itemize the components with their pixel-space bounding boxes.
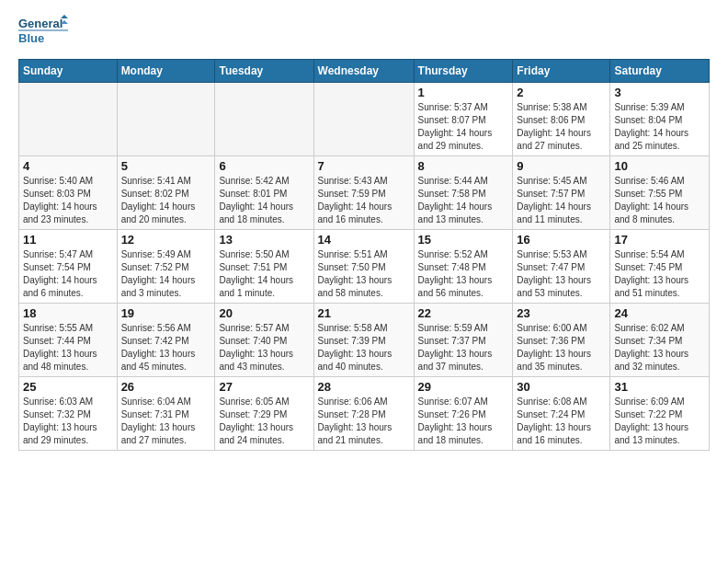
day-detail: Sunrise: 5:38 AM Sunset: 8:06 PM Dayligh… xyxy=(517,101,606,153)
day-detail: Sunrise: 5:42 AM Sunset: 8:01 PM Dayligh… xyxy=(219,175,309,226)
week-row-5: 25Sunrise: 6:03 AM Sunset: 7:32 PM Dayli… xyxy=(19,377,710,451)
day-detail: Sunrise: 5:54 AM Sunset: 7:45 PM Dayligh… xyxy=(614,248,705,300)
day-number: 16 xyxy=(517,233,606,247)
day-cell: 10Sunrise: 5:46 AM Sunset: 7:55 PM Dayli… xyxy=(610,156,710,230)
day-number: 30 xyxy=(517,380,606,394)
day-cell: 4Sunrise: 5:40 AM Sunset: 8:03 PM Daylig… xyxy=(19,156,118,230)
day-number: 5 xyxy=(121,159,211,173)
day-detail: Sunrise: 6:07 AM Sunset: 7:26 PM Dayligh… xyxy=(418,396,509,447)
svg-text:Blue: Blue xyxy=(18,31,44,45)
day-cell: 18Sunrise: 5:55 AM Sunset: 7:44 PM Dayli… xyxy=(19,304,118,377)
day-cell: 5Sunrise: 5:41 AM Sunset: 8:02 PM Daylig… xyxy=(117,156,215,230)
day-detail: Sunrise: 5:37 AM Sunset: 8:07 PM Dayligh… xyxy=(418,101,509,153)
day-number: 6 xyxy=(219,159,309,173)
day-cell: 22Sunrise: 5:59 AM Sunset: 7:37 PM Dayli… xyxy=(414,304,513,377)
weekday-wednesday: Wednesday xyxy=(313,60,414,83)
day-number: 17 xyxy=(614,233,705,247)
day-detail: Sunrise: 5:57 AM Sunset: 7:40 PM Dayligh… xyxy=(219,322,309,373)
weekday-header-row: SundayMondayTuesdayWednesdayThursdayFrid… xyxy=(19,60,710,83)
calendar-body: 1Sunrise: 5:37 AM Sunset: 8:07 PM Daylig… xyxy=(19,83,710,451)
day-detail: Sunrise: 5:58 AM Sunset: 7:39 PM Dayligh… xyxy=(318,322,410,373)
day-number: 7 xyxy=(318,159,410,173)
weekday-sunday: Sunday xyxy=(19,60,118,83)
day-number: 20 xyxy=(219,306,309,320)
day-cell: 11Sunrise: 5:47 AM Sunset: 7:54 PM Dayli… xyxy=(19,230,118,304)
day-detail: Sunrise: 5:41 AM Sunset: 8:02 PM Dayligh… xyxy=(121,175,211,226)
day-detail: Sunrise: 5:52 AM Sunset: 7:48 PM Dayligh… xyxy=(418,248,509,300)
day-number: 11 xyxy=(23,233,113,247)
day-number: 24 xyxy=(614,306,705,320)
day-cell: 16Sunrise: 5:53 AM Sunset: 7:47 PM Dayli… xyxy=(513,230,610,304)
day-detail: Sunrise: 5:56 AM Sunset: 7:42 PM Dayligh… xyxy=(121,322,211,373)
day-cell: 3Sunrise: 5:39 AM Sunset: 8:04 PM Daylig… xyxy=(610,83,710,156)
day-number: 9 xyxy=(517,159,606,173)
day-number: 27 xyxy=(219,380,309,394)
weekday-thursday: Thursday xyxy=(414,60,513,83)
svg-text:General: General xyxy=(18,17,63,30)
day-cell: 26Sunrise: 6:04 AM Sunset: 7:31 PM Dayli… xyxy=(117,377,215,451)
day-number: 10 xyxy=(614,159,705,173)
day-detail: Sunrise: 5:53 AM Sunset: 7:47 PM Dayligh… xyxy=(517,248,606,300)
weekday-friday: Friday xyxy=(513,60,610,83)
week-row-2: 4Sunrise: 5:40 AM Sunset: 8:03 PM Daylig… xyxy=(19,156,710,230)
day-cell xyxy=(117,83,215,156)
day-detail: Sunrise: 5:55 AM Sunset: 7:44 PM Dayligh… xyxy=(23,322,113,373)
day-cell: 1Sunrise: 5:37 AM Sunset: 8:07 PM Daylig… xyxy=(414,83,513,156)
day-number: 4 xyxy=(23,159,113,173)
day-cell: 14Sunrise: 5:51 AM Sunset: 7:50 PM Dayli… xyxy=(313,230,414,304)
day-cell: 30Sunrise: 6:08 AM Sunset: 7:24 PM Dayli… xyxy=(513,377,610,451)
day-number: 15 xyxy=(418,233,509,247)
day-detail: Sunrise: 5:50 AM Sunset: 7:51 PM Dayligh… xyxy=(219,248,309,300)
day-cell: 21Sunrise: 5:58 AM Sunset: 7:39 PM Dayli… xyxy=(313,304,414,377)
weekday-saturday: Saturday xyxy=(610,60,710,83)
day-number: 31 xyxy=(614,380,705,394)
day-cell: 9Sunrise: 5:45 AM Sunset: 7:57 PM Daylig… xyxy=(513,156,610,230)
day-cell: 28Sunrise: 6:06 AM Sunset: 7:28 PM Dayli… xyxy=(313,377,414,451)
weekday-monday: Monday xyxy=(117,60,215,83)
day-detail: Sunrise: 5:39 AM Sunset: 8:04 PM Dayligh… xyxy=(614,101,705,153)
calendar-table: SundayMondayTuesdayWednesdayThursdayFrid… xyxy=(18,59,710,451)
day-detail: Sunrise: 6:03 AM Sunset: 7:32 PM Dayligh… xyxy=(23,396,113,447)
day-number: 2 xyxy=(517,86,606,99)
day-cell: 19Sunrise: 5:56 AM Sunset: 7:42 PM Dayli… xyxy=(117,304,215,377)
day-number: 26 xyxy=(121,380,211,394)
day-cell: 13Sunrise: 5:50 AM Sunset: 7:51 PM Dayli… xyxy=(215,230,313,304)
day-detail: Sunrise: 6:05 AM Sunset: 7:29 PM Dayligh… xyxy=(219,396,309,447)
day-detail: Sunrise: 5:43 AM Sunset: 7:59 PM Dayligh… xyxy=(318,175,410,226)
logo: General Blue xyxy=(18,15,74,50)
day-detail: Sunrise: 6:02 AM Sunset: 7:34 PM Dayligh… xyxy=(614,322,705,373)
week-row-1: 1Sunrise: 5:37 AM Sunset: 8:07 PM Daylig… xyxy=(19,83,710,156)
week-row-4: 18Sunrise: 5:55 AM Sunset: 7:44 PM Dayli… xyxy=(19,304,710,377)
day-number: 25 xyxy=(23,380,113,394)
day-cell: 27Sunrise: 6:05 AM Sunset: 7:29 PM Dayli… xyxy=(215,377,313,451)
day-number: 13 xyxy=(219,233,309,247)
day-cell: 31Sunrise: 6:09 AM Sunset: 7:22 PM Dayli… xyxy=(610,377,710,451)
day-cell: 8Sunrise: 5:44 AM Sunset: 7:58 PM Daylig… xyxy=(414,156,513,230)
day-number: 12 xyxy=(121,233,211,247)
day-detail: Sunrise: 5:59 AM Sunset: 7:37 PM Dayligh… xyxy=(418,322,509,373)
day-cell: 25Sunrise: 6:03 AM Sunset: 7:32 PM Dayli… xyxy=(19,377,118,451)
day-cell: 17Sunrise: 5:54 AM Sunset: 7:45 PM Dayli… xyxy=(610,230,710,304)
day-detail: Sunrise: 5:46 AM Sunset: 7:55 PM Dayligh… xyxy=(614,175,705,226)
day-cell: 12Sunrise: 5:49 AM Sunset: 7:52 PM Dayli… xyxy=(117,230,215,304)
day-detail: Sunrise: 6:04 AM Sunset: 7:31 PM Dayligh… xyxy=(121,396,211,447)
day-cell: 29Sunrise: 6:07 AM Sunset: 7:26 PM Dayli… xyxy=(414,377,513,451)
day-detail: Sunrise: 5:44 AM Sunset: 7:58 PM Dayligh… xyxy=(418,175,509,226)
day-number: 22 xyxy=(418,306,509,320)
day-detail: Sunrise: 6:00 AM Sunset: 7:36 PM Dayligh… xyxy=(517,322,606,373)
day-number: 18 xyxy=(23,306,113,320)
day-number: 28 xyxy=(318,380,410,394)
day-cell: 24Sunrise: 6:02 AM Sunset: 7:34 PM Dayli… xyxy=(610,304,710,377)
day-detail: Sunrise: 6:09 AM Sunset: 7:22 PM Dayligh… xyxy=(614,396,705,447)
day-cell: 15Sunrise: 5:52 AM Sunset: 7:48 PM Dayli… xyxy=(414,230,513,304)
weekday-tuesday: Tuesday xyxy=(215,60,313,83)
day-detail: Sunrise: 5:40 AM Sunset: 8:03 PM Dayligh… xyxy=(23,175,113,226)
day-number: 3 xyxy=(614,86,705,99)
logo-svg: General Blue xyxy=(18,15,74,50)
day-cell xyxy=(313,83,414,156)
day-number: 8 xyxy=(418,159,509,173)
day-cell: 23Sunrise: 6:00 AM Sunset: 7:36 PM Dayli… xyxy=(513,304,610,377)
day-detail: Sunrise: 6:08 AM Sunset: 7:24 PM Dayligh… xyxy=(517,396,606,447)
day-cell xyxy=(19,83,118,156)
day-detail: Sunrise: 5:49 AM Sunset: 7:52 PM Dayligh… xyxy=(121,248,211,300)
